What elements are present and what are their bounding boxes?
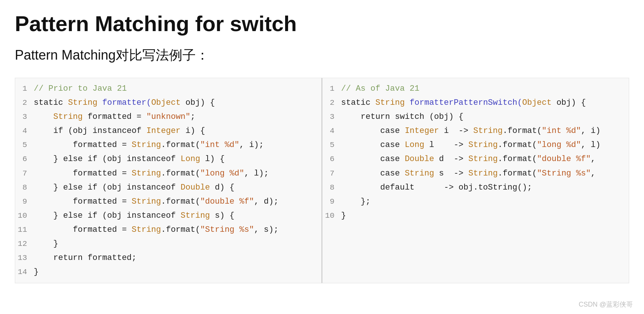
code-token: case [341,154,405,164]
line-number: 9 [323,196,341,208]
code-panels: 1// Prior to Java 212static String forma… [15,78,629,283]
code-token: .format( [161,169,200,178]
line-number: 12 [15,238,34,250]
line-content: } else if (obj instanceof Double d) { [34,181,234,194]
code-token: String [132,169,161,178]
code-token: // Prior to Java 21 [34,84,127,93]
line-number: 10 [323,210,341,222]
line-number: 13 [15,252,34,264]
line-number: 6 [15,153,34,166]
code-token: .format( [498,154,537,164]
code-token: "unknown" [146,112,191,121]
code-token: }; [341,197,370,206]
code-line: 4 if (obj instanceof Integer i) { [15,124,321,138]
code-token: formatted = [34,225,132,234]
code-line: 1// Prior to Java 21 [15,82,321,96]
code-line: 5 case Long l -> String.format("long %d"… [323,138,629,152]
code-token: , d); [254,197,278,206]
code-token: "String %s" [537,169,591,178]
code-token: Integer [405,126,439,136]
code-token: "long %d" [537,140,581,150]
code-line: 7 formatted = String.format("long %d", l… [15,167,321,181]
code-token: default -> obj.toString(); [341,183,532,192]
code-line: 7 case String s -> String.format("String… [323,167,629,181]
code-token: String [132,140,161,150]
line-number: 14 [15,266,34,278]
code-line: 4 case Integer i -> String.format("int %… [323,124,629,138]
code-token: Double [405,154,434,164]
line-number: 2 [15,97,34,109]
line-number: 5 [15,139,34,151]
line-number: 8 [323,182,341,194]
line-number: 7 [323,168,341,180]
watermark: CSDN @蓝彩侠哥 [579,300,633,309]
line-number: 3 [323,111,341,123]
line-content: formatted = String.format("long %d", l); [34,167,269,180]
code-token: Object [522,98,552,107]
line-content: static String formatterPatternSwitch(Obj… [341,97,586,109]
code-token: } [34,239,58,248]
code-token: String [132,197,161,206]
page: Pattern Matching for switch Pattern Matc… [0,0,644,314]
code-token: .format( [161,225,200,234]
subtitle: Pattern Matching对比写法例子： [15,46,629,64]
code-token: Long [181,154,200,164]
code-line: 10} [323,209,629,223]
code-token: , s); [254,225,278,234]
code-line: 2static String formatterPatternSwitch(Ob… [323,96,629,110]
line-content: static String formatter(Object obj) { [34,97,215,109]
line-content: formatted = String.format("double %f", d… [34,196,278,208]
line-content: // As of Java 21 [341,83,419,95]
code-token: , [591,169,595,178]
code-token: , l) [581,140,601,150]
code-token: String [468,169,498,178]
code-token: } else if (obj instanceof [34,211,181,220]
code-line: 8 } else if (obj instanceof Double d) { [15,181,321,195]
code-token: // As of Java 21 [341,84,419,93]
code-token: s -> [434,169,468,178]
line-content: formatted = String.format("int %d", i); [34,139,264,151]
code-token: case [341,140,405,150]
line-number: 4 [323,125,341,137]
line-content: if (obj instanceof Integer i) { [34,125,205,137]
code-token: } else if (obj instanceof [34,154,181,164]
code-line: 14} [15,265,321,279]
code-token: i) { [181,126,205,136]
code-token: static [34,98,68,107]
code-line: 6 } else if (obj instanceof Long l) { [15,152,321,166]
code-token: .format( [503,126,542,136]
line-content: case Integer i -> String.format("int %d"… [341,125,601,137]
code-token: Long [405,140,425,150]
code-token [34,112,53,121]
code-token: Object [151,98,181,107]
code-token: String [375,98,404,107]
code-token: , i); [240,140,264,150]
line-number: 10 [15,210,34,222]
line-content: } [34,266,39,278]
code-line: 3 String formatted = "unknown"; [15,110,321,124]
line-number: 5 [323,139,341,151]
code-token: formatterPatternSwitch( [405,98,522,107]
code-line: 5 formatted = String.format("int %d", i)… [15,138,321,152]
code-token: i -> [439,126,473,136]
line-number: 2 [323,97,341,109]
code-token: String [473,126,502,136]
code-token: } else if (obj instanceof [34,183,181,192]
code-token: "long %d" [200,169,244,178]
left-code-panel: 1// Prior to Java 212static String forma… [15,78,322,283]
code-token: .format( [498,169,537,178]
code-token: formatter( [98,98,151,107]
line-number: 4 [15,125,34,137]
code-token: String [68,98,97,107]
line-content: } [341,210,346,222]
code-token: , l); [244,169,269,178]
line-content: case String s -> String.format("String %… [341,167,596,180]
code-line: 9 }; [323,195,629,209]
line-content: default -> obj.toString(); [341,181,532,194]
code-line: 8 default -> obj.toString(); [323,181,629,195]
line-number: 6 [323,153,341,166]
code-token: formatted = [83,112,146,121]
line-content: }; [341,196,370,208]
code-token: .format( [498,140,537,150]
line-number: 1 [15,83,34,95]
